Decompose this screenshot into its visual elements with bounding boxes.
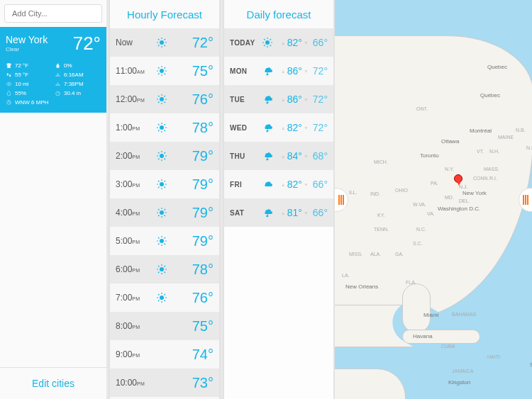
map-label: KY. (377, 213, 384, 218)
drop-icon (55, 62, 61, 69)
hour-time: 9:00PM (116, 349, 154, 359)
chevron-up-icon: ▲ (281, 69, 286, 74)
hour-temp: 72° (170, 35, 214, 51)
city-name: New York (6, 34, 48, 45)
map-label: S.C. (413, 241, 423, 246)
chevron-down-icon: ▼ (304, 69, 309, 74)
map-label: Quebec (487, 64, 507, 70)
day-low: 66° (313, 37, 328, 48)
hourly-row: 10:00PM 73° (110, 369, 219, 397)
day-low: 66° (313, 179, 328, 190)
sunrise-icon (55, 72, 61, 78)
hour-temp: 73° (170, 375, 214, 391)
chevron-up-icon: ▲ (281, 97, 286, 102)
hourly-title: Hourly Forecast (110, 0, 219, 28)
day-high: 82° (287, 122, 302, 133)
hourly-row: 4:00PM 79° (110, 198, 219, 227)
map-label: N.S. (526, 145, 532, 150)
edit-cities-button[interactable]: Edit cities (0, 367, 106, 399)
sun-icon (156, 37, 167, 48)
hourly-row: 1:00PM 78° (110, 113, 219, 142)
day-low: 72° (313, 65, 328, 77)
map-label: ILL. (349, 190, 358, 195)
drops-icon (6, 72, 12, 78)
sun-icon (156, 292, 167, 303)
stat-precip: 0% (55, 62, 101, 69)
add-city-search[interactable] (4, 4, 102, 23)
map-pin (454, 174, 462, 183)
shirt-icon (6, 62, 12, 69)
hourly-row: 5:00PM 79° (110, 227, 219, 255)
chevron-up-icon: ▲ (281, 154, 286, 159)
hour-time: 7:00PM (116, 293, 154, 303)
day-high: 81° (287, 207, 302, 218)
daily-row: WED ▲82° ▼72° (224, 113, 333, 142)
hour-time: 8:00PM (116, 321, 154, 331)
hour-temp: 75° (170, 318, 214, 335)
city-temp: 72° (73, 34, 101, 52)
add-city-input[interactable] (12, 9, 110, 18)
map-label: VA. (427, 211, 435, 216)
daily-row: SAT ▲81° ▼66° (224, 198, 333, 227)
hourly-row: 3:00PM 79° (110, 170, 219, 198)
daily-row: THU ▲84° ▼68° (224, 142, 333, 170)
gauge-icon (55, 90, 61, 96)
chevron-down-icon: ▼ (304, 125, 309, 130)
sun-icon (156, 150, 167, 162)
hourly-row: Now 72° (110, 28, 219, 57)
hourly-list[interactable]: Now 72°11:00AM 75°12:00PM 76°1:00PM 78°2… (110, 28, 219, 399)
hour-time: 12:00PM (116, 94, 154, 104)
sun-icon (156, 207, 167, 218)
map-label: Kingston (448, 379, 470, 386)
day-high: 84° (287, 150, 302, 162)
stat-pressure: 30.4 in (55, 90, 101, 96)
map-label: R.I. (489, 176, 497, 181)
chevron-up-icon: ▲ (281, 40, 286, 45)
sun-icon (156, 65, 167, 77)
hour-temp: 79° (170, 148, 214, 164)
hour-temp: 78° (170, 262, 214, 278)
cloud-icon (262, 179, 273, 190)
map-label: N.B. (516, 128, 526, 133)
day-high: 86° (287, 65, 302, 77)
humidity-icon (6, 90, 12, 96)
map-label: New York (462, 190, 487, 196)
map-label: ONT. (416, 106, 428, 111)
stat-humidity: 55% (6, 90, 52, 96)
chevron-down-icon: ▼ (304, 210, 309, 215)
chevron-up-icon: ▲ (281, 210, 286, 215)
hour-time: 3:00PM (116, 179, 154, 189)
map-label: W.VA. (413, 202, 426, 207)
moon-icon (156, 377, 167, 388)
city-condition: Clear (6, 46, 48, 52)
map-label: BAHAMAS (452, 312, 476, 317)
hourly-row: 7:00PM 76° (110, 283, 219, 312)
map-label: ALA. (370, 252, 381, 257)
selected-city-card[interactable]: New York Clear 72° (0, 27, 106, 58)
hour-time: 6:00PM (116, 264, 154, 274)
hour-temp: 76° (170, 290, 214, 306)
weather-map[interactable]: QuebecQuébecONT.OttawaMontréalTorontoMAI… (335, 0, 532, 399)
day-name: TUE (230, 96, 260, 103)
storm-icon (262, 94, 273, 105)
map-label: TENN. (374, 227, 389, 232)
storm-icon (262, 207, 273, 218)
stat-wind: WNW 6 MPH (6, 99, 101, 106)
sun-icon (156, 122, 167, 133)
map-label: MISS. (349, 252, 362, 257)
day-name: TODAY (230, 39, 260, 47)
map-label: Toronto (420, 152, 439, 159)
sun-icon (156, 179, 167, 190)
stat-visibility: 10 mi (6, 81, 52, 87)
map-label: IND. (370, 191, 380, 196)
hourly-forecast-column: Hourly Forecast Now 72°11:00AM 75°12:00P… (109, 0, 221, 399)
day-name: SAT (230, 209, 260, 217)
daily-title: Daily forecast (224, 0, 333, 28)
svg-line-4 (58, 92, 59, 94)
day-low: 72° (313, 94, 328, 105)
hourly-row: 2:00PM 79° (110, 142, 219, 170)
daily-list[interactable]: TODAY ▲82° ▼66° MON ▲86° ▼72° TUE ▲86° ▼… (224, 28, 333, 399)
map-label: PA. (431, 181, 438, 186)
map-label: OHIO (395, 188, 408, 193)
hourly-row: 9:00PM 74° (110, 340, 219, 369)
